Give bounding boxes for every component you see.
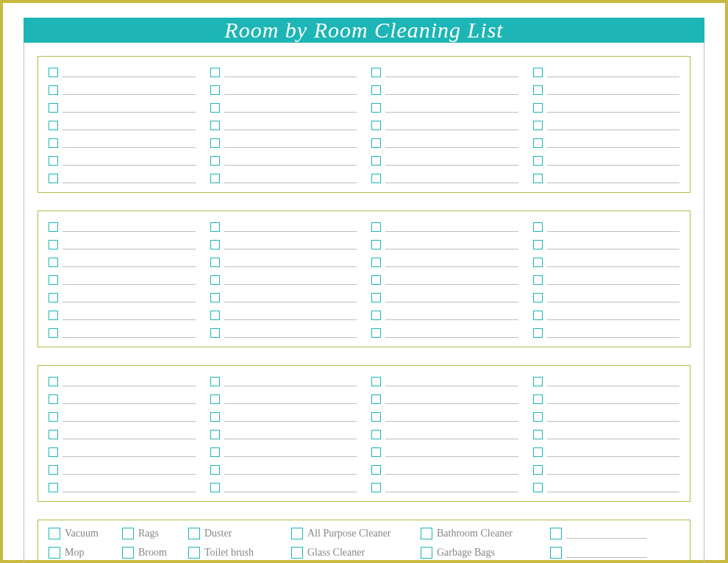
checkbox[interactable] bbox=[371, 103, 381, 113]
checkbox[interactable] bbox=[188, 547, 200, 559]
write-line[interactable] bbox=[385, 394, 518, 404]
write-line[interactable] bbox=[224, 138, 357, 148]
checkbox[interactable] bbox=[49, 275, 58, 285]
write-line[interactable] bbox=[224, 292, 357, 302]
blank-line[interactable] bbox=[566, 528, 647, 539]
checkbox[interactable] bbox=[371, 394, 381, 404]
checkbox[interactable] bbox=[371, 412, 381, 422]
write-line[interactable] bbox=[385, 67, 518, 77]
checkbox[interactable] bbox=[49, 483, 58, 492]
checkbox[interactable] bbox=[210, 240, 220, 249]
checkbox[interactable] bbox=[371, 174, 381, 183]
write-line[interactable] bbox=[385, 222, 518, 232]
checkbox[interactable] bbox=[210, 430, 220, 439]
checkbox[interactable] bbox=[371, 447, 381, 457]
checkbox[interactable] bbox=[421, 528, 432, 539]
write-line[interactable] bbox=[63, 173, 196, 183]
write-line[interactable] bbox=[224, 155, 357, 166]
checkbox[interactable] bbox=[533, 412, 543, 422]
write-line[interactable] bbox=[224, 310, 357, 320]
checkbox[interactable] bbox=[371, 156, 381, 166]
write-line[interactable] bbox=[63, 85, 196, 95]
checkbox[interactable] bbox=[533, 394, 543, 404]
write-line[interactable] bbox=[385, 292, 518, 302]
write-line[interactable] bbox=[385, 429, 518, 439]
checkbox[interactable] bbox=[122, 528, 134, 539]
checkbox[interactable] bbox=[533, 222, 543, 232]
write-line[interactable] bbox=[547, 327, 680, 338]
write-line[interactable] bbox=[547, 394, 680, 404]
write-line[interactable] bbox=[63, 482, 196, 492]
write-line[interactable] bbox=[547, 310, 680, 320]
checkbox[interactable] bbox=[49, 394, 58, 404]
write-line[interactable] bbox=[547, 67, 680, 77]
write-line[interactable] bbox=[224, 222, 357, 232]
write-line[interactable] bbox=[224, 173, 357, 183]
checkbox[interactable] bbox=[210, 85, 220, 95]
write-line[interactable] bbox=[224, 67, 357, 77]
checkbox[interactable] bbox=[210, 138, 220, 148]
write-line[interactable] bbox=[547, 275, 680, 285]
checkbox[interactable] bbox=[533, 240, 543, 249]
checkbox[interactable] bbox=[49, 293, 58, 302]
checkbox[interactable] bbox=[210, 293, 220, 302]
write-line[interactable] bbox=[547, 482, 680, 492]
write-line[interactable] bbox=[385, 275, 518, 285]
checkbox[interactable] bbox=[550, 528, 562, 539]
blank-line[interactable] bbox=[566, 548, 647, 558]
checkbox[interactable] bbox=[421, 547, 432, 559]
checkbox[interactable] bbox=[533, 68, 543, 77]
checkbox[interactable] bbox=[49, 121, 58, 130]
checkbox[interactable] bbox=[210, 483, 220, 492]
checkbox[interactable] bbox=[49, 174, 58, 183]
checkbox[interactable] bbox=[210, 156, 220, 166]
write-line[interactable] bbox=[385, 120, 518, 130]
checkbox[interactable] bbox=[533, 121, 543, 130]
write-line[interactable] bbox=[547, 429, 680, 439]
checkbox[interactable] bbox=[371, 483, 381, 492]
checkbox[interactable] bbox=[49, 465, 58, 475]
write-line[interactable] bbox=[224, 275, 357, 285]
write-line[interactable] bbox=[547, 173, 680, 183]
write-line[interactable] bbox=[385, 376, 518, 386]
write-line[interactable] bbox=[385, 102, 518, 113]
write-line[interactable] bbox=[547, 102, 680, 113]
write-line[interactable] bbox=[63, 394, 196, 404]
checkbox[interactable] bbox=[533, 174, 543, 183]
write-line[interactable] bbox=[63, 257, 196, 267]
checkbox[interactable] bbox=[210, 103, 220, 113]
checkbox[interactable] bbox=[210, 328, 220, 338]
write-line[interactable] bbox=[385, 257, 518, 267]
checkbox[interactable] bbox=[49, 447, 58, 457]
write-line[interactable] bbox=[385, 482, 518, 492]
checkbox[interactable] bbox=[371, 275, 381, 285]
checkbox[interactable] bbox=[371, 68, 381, 77]
checkbox[interactable] bbox=[210, 447, 220, 457]
checkbox[interactable] bbox=[533, 103, 543, 113]
checkbox[interactable] bbox=[49, 547, 60, 559]
write-line[interactable] bbox=[385, 411, 518, 422]
checkbox[interactable] bbox=[210, 258, 220, 267]
checkbox[interactable] bbox=[371, 311, 381, 320]
write-line[interactable] bbox=[385, 239, 518, 249]
write-line[interactable] bbox=[224, 411, 357, 422]
checkbox[interactable] bbox=[210, 394, 220, 404]
write-line[interactable] bbox=[385, 464, 518, 475]
checkbox[interactable] bbox=[49, 311, 58, 320]
write-line[interactable] bbox=[547, 447, 680, 457]
checkbox[interactable] bbox=[210, 412, 220, 422]
checkbox[interactable] bbox=[291, 547, 303, 559]
checkbox[interactable] bbox=[49, 412, 58, 422]
write-line[interactable] bbox=[63, 292, 196, 302]
checkbox[interactable] bbox=[49, 138, 58, 148]
checkbox[interactable] bbox=[291, 528, 303, 539]
write-line[interactable] bbox=[63, 222, 196, 232]
checkbox[interactable] bbox=[49, 258, 58, 267]
checkbox[interactable] bbox=[533, 85, 543, 95]
checkbox[interactable] bbox=[49, 103, 58, 113]
checkbox[interactable] bbox=[371, 121, 381, 130]
checkbox[interactable] bbox=[49, 222, 58, 232]
write-line[interactable] bbox=[547, 257, 680, 267]
checkbox[interactable] bbox=[210, 121, 220, 130]
write-line[interactable] bbox=[63, 447, 196, 457]
